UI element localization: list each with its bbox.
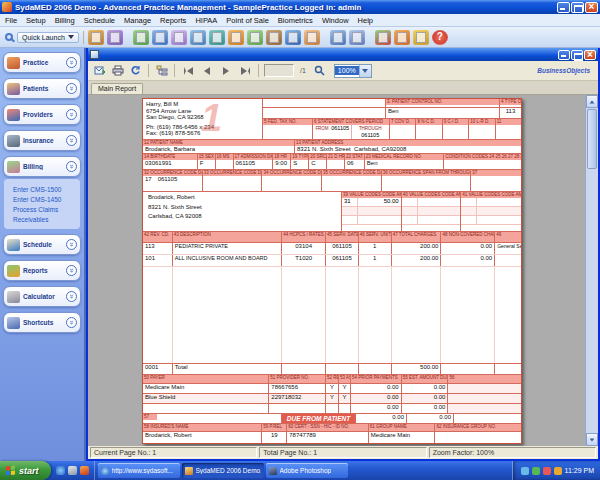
scroll-down-button[interactable] [586, 433, 598, 446]
patient-search-icon[interactable] [190, 30, 206, 45]
menu-item[interactable]: Manage [124, 16, 151, 25]
maximize-button[interactable] [571, 2, 584, 13]
tray-icon[interactable] [532, 467, 540, 475]
close-button[interactable] [585, 2, 598, 13]
help-icon[interactable] [432, 30, 448, 45]
search-text-icon[interactable] [312, 63, 327, 78]
internet-explorer-icon[interactable] [56, 466, 65, 475]
icd-codes-icon[interactable] [107, 30, 123, 45]
billing-submenu-link[interactable]: Enter CMS-1500 [13, 186, 78, 193]
zoom-value: 100% [335, 66, 359, 75]
first-page-button[interactable] [180, 64, 196, 78]
group-tree-icon[interactable] [154, 63, 169, 78]
scrollbar-thumb[interactable] [587, 109, 597, 169]
menu-item[interactable]: Reports [160, 16, 186, 25]
next-page-button[interactable] [218, 64, 234, 78]
child-maximize-button[interactable] [571, 50, 583, 60]
minimize-button[interactable] [557, 2, 570, 13]
menu-item[interactable]: File [5, 16, 17, 25]
menu-item[interactable]: Schedule [84, 16, 115, 25]
sidebar-item-billing[interactable]: Billing [3, 156, 81, 177]
menu-item[interactable]: HIPAA [195, 16, 217, 25]
window-title: SydaMED 2006 Demo - Advanced Practice Ma… [15, 3, 557, 12]
menu-item[interactable]: Help [358, 16, 373, 25]
previous-page-button[interactable] [199, 64, 215, 78]
task-list-icon[interactable] [349, 30, 365, 45]
chevron-button[interactable] [66, 109, 77, 120]
export-icon[interactable] [92, 63, 107, 78]
report-window-icon [90, 50, 99, 59]
menu-item[interactable]: Billing [55, 16, 75, 25]
ledger-icon[interactable] [247, 30, 263, 45]
child-minimize-button[interactable] [558, 50, 570, 60]
sidebar-item-calculator[interactable]: Calculator [3, 286, 81, 307]
chevron-button[interactable] [66, 291, 77, 302]
menu-item[interactable]: Window [322, 16, 349, 25]
page-number-field[interactable] [264, 64, 294, 77]
providers-icon [7, 109, 20, 121]
sidebar-item-practice[interactable]: Practice [3, 52, 81, 73]
patient-chart-icon[interactable] [152, 30, 168, 45]
billing-submenu-link[interactable]: Enter CMS-1450 [13, 196, 78, 203]
claims-icon[interactable] [330, 30, 346, 45]
service-total-row: 0001 Total 500.00 [143, 364, 521, 375]
chevron-button[interactable] [66, 57, 77, 68]
security-lock-icon[interactable] [413, 30, 429, 45]
credentials-icon[interactable] [171, 30, 187, 45]
billing-submenu-link[interactable]: Receivables [13, 216, 78, 223]
print-icon[interactable] [110, 63, 125, 78]
quick-launch-label: Quick Launch [22, 34, 65, 41]
sidebar-item-insurance[interactable]: Insurance [3, 130, 81, 151]
billing-icon [7, 161, 20, 173]
child-close-button[interactable] [584, 50, 596, 60]
tray-icon[interactable] [554, 467, 562, 475]
start-button[interactable]: start [0, 461, 51, 480]
menu-item[interactable]: Biometrics [278, 16, 313, 25]
tab-main-report[interactable]: Main Report [91, 83, 143, 94]
patient-name-box: 12 PATIENT NAME Brodarick, Barbara [143, 140, 295, 153]
chevron-button[interactable] [66, 265, 77, 276]
staff-icon[interactable] [304, 30, 320, 45]
sidebar-item-schedule[interactable]: Schedule [3, 234, 81, 255]
billing-submenu-link[interactable]: Process Claims [13, 206, 78, 213]
tray-icon[interactable] [521, 467, 529, 475]
chart-room-icon[interactable] [266, 30, 282, 45]
value-amount: 50.00 [358, 198, 401, 206]
cpt-codes-icon[interactable] [88, 30, 104, 45]
sidebar-item-reports[interactable]: Reports [3, 260, 81, 281]
zoom-combobox[interactable]: 100% [334, 64, 372, 78]
task-browser[interactable]: http://www.sydasoft... [98, 463, 180, 478]
media-player-icon[interactable] [80, 466, 89, 475]
insurance-icon [7, 135, 20, 147]
monitor-icon[interactable] [394, 30, 410, 45]
task-sydamed[interactable]: SydaMED 2006 Demo... [182, 463, 264, 478]
reports-icon [7, 265, 20, 277]
chevron-button[interactable] [66, 317, 77, 328]
last-page-button[interactable] [237, 64, 253, 78]
chevron-button[interactable] [66, 135, 77, 146]
show-desktop-icon[interactable] [68, 466, 77, 475]
payments-icon[interactable] [228, 30, 244, 45]
superbill-icon[interactable] [133, 30, 149, 45]
claim-form-page: 1 Harry, Bill M 6754 Arrow Lane San Dieg… [142, 98, 522, 444]
quick-launch-button[interactable]: Quick Launch [17, 32, 79, 43]
zoom-dropdown-button[interactable] [359, 65, 371, 77]
chevron-button[interactable] [66, 83, 77, 94]
statistics-icon[interactable] [375, 30, 391, 45]
menu-item[interactable]: Point of Sale [226, 16, 269, 25]
workstation-icon[interactable] [285, 30, 301, 45]
menu-item[interactable]: Setup [26, 16, 46, 25]
refresh-icon[interactable] [128, 63, 143, 78]
sidebar-item-patients[interactable]: Patients [3, 78, 81, 99]
vertical-scrollbar[interactable] [585, 95, 598, 446]
task-photoshop[interactable]: Adobe Photoshop [266, 463, 348, 478]
zoom-factor-status: Zoom Factor: 100% [429, 447, 596, 458]
value-codes-box-40: 40 VALUE CODES CODE AMOUNT [402, 192, 462, 231]
sidebar-item-shortcuts[interactable]: Shortcuts [3, 312, 81, 333]
chevron-button[interactable] [66, 239, 77, 250]
eligibility-icon[interactable] [209, 30, 225, 45]
scroll-up-button[interactable] [586, 95, 598, 108]
chevron-button[interactable] [66, 161, 77, 172]
sidebar-item-providers[interactable]: Providers [3, 104, 81, 125]
tray-icon[interactable] [543, 467, 551, 475]
